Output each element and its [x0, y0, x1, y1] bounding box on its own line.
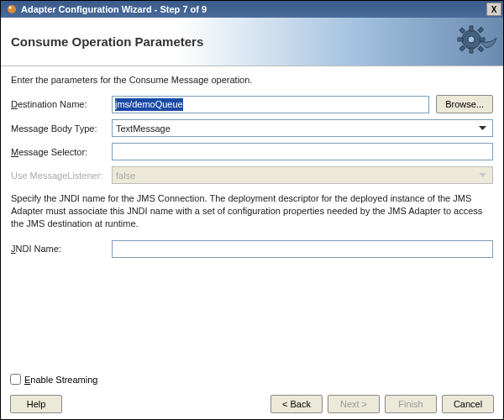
- destination-value: jms/demoQueue: [115, 98, 183, 111]
- page-title: Consume Operation Parameters: [11, 34, 203, 49]
- app-icon: [6, 3, 18, 15]
- browse-button[interactable]: Browse...: [436, 95, 493, 113]
- finish-button: Finish: [385, 395, 437, 413]
- svg-point-1: [9, 7, 12, 9]
- svg-rect-7: [480, 38, 485, 41]
- close-icon: X: [491, 5, 497, 14]
- intro-text: Enter the parameters for the Consume Mes…: [11, 75, 493, 85]
- msgbody-select[interactable]: TextMessage: [112, 119, 493, 137]
- svg-point-3: [468, 36, 475, 43]
- svg-point-0: [8, 5, 16, 13]
- destination-input[interactable]: jms/demoQueue: [112, 96, 429, 113]
- label-jndi: JNDI Name:: [11, 244, 112, 254]
- svg-rect-5: [470, 48, 473, 53]
- row-selector: Message Selector:: [11, 143, 493, 160]
- selector-input[interactable]: [112, 143, 493, 160]
- content-area: Enter the parameters for the Consume Mes…: [1, 66, 503, 258]
- label-selector: Message Selector:: [11, 147, 112, 157]
- back-button[interactable]: < Back: [270, 395, 323, 413]
- next-button: Next >: [328, 395, 380, 413]
- svg-rect-8: [459, 28, 465, 33]
- label-destination: Destination Name:: [11, 99, 112, 109]
- messagelistener-value: false: [116, 171, 135, 181]
- msgbody-value: TextMessage: [116, 123, 171, 134]
- row-messagelistener: Use MessageListener: false: [11, 166, 493, 184]
- gear-icon: [453, 19, 498, 65]
- jndi-description: Specify the JNDI name for the JMS Connec…: [11, 192, 493, 230]
- destination-input-wrap: jms/demoQueue: [112, 96, 429, 113]
- row-msgbody: Message Body Type: TextMessage: [11, 119, 493, 137]
- streaming-label: Enable Streaming: [24, 375, 97, 385]
- cancel-button[interactable]: Cancel: [442, 395, 494, 413]
- messagelistener-select: false: [112, 166, 493, 184]
- chevron-down-icon: [476, 169, 489, 181]
- svg-rect-11: [478, 27, 483, 32]
- svg-rect-10: [459, 45, 465, 50]
- row-jndi: JNDI Name:: [11, 240, 493, 258]
- svg-rect-4: [470, 26, 473, 31]
- footer: Help < Back Next > Finish Cancel: [10, 395, 494, 413]
- row-destination: Destination Name: jms/demoQueue Browse..…: [11, 95, 493, 113]
- chevron-down-icon: [476, 122, 489, 134]
- label-messagelistener: Use MessageListener:: [11, 171, 112, 181]
- enable-streaming-checkbox[interactable]: Enable Streaming: [10, 374, 97, 385]
- jndi-input[interactable]: [112, 240, 493, 258]
- svg-rect-9: [478, 46, 483, 51]
- window-title: Adapter Configuration Wizard - Step 7 of…: [21, 4, 486, 14]
- wizard-header: Consume Operation Parameters: [1, 18, 503, 66]
- help-button[interactable]: Help: [10, 395, 62, 413]
- close-button[interactable]: X: [486, 3, 501, 16]
- streaming-check[interactable]: [10, 374, 21, 385]
- svg-rect-6: [458, 38, 463, 41]
- label-msgbody: Message Body Type:: [11, 123, 112, 134]
- title-bar: Adapter Configuration Wizard - Step 7 of…: [1, 1, 503, 18]
